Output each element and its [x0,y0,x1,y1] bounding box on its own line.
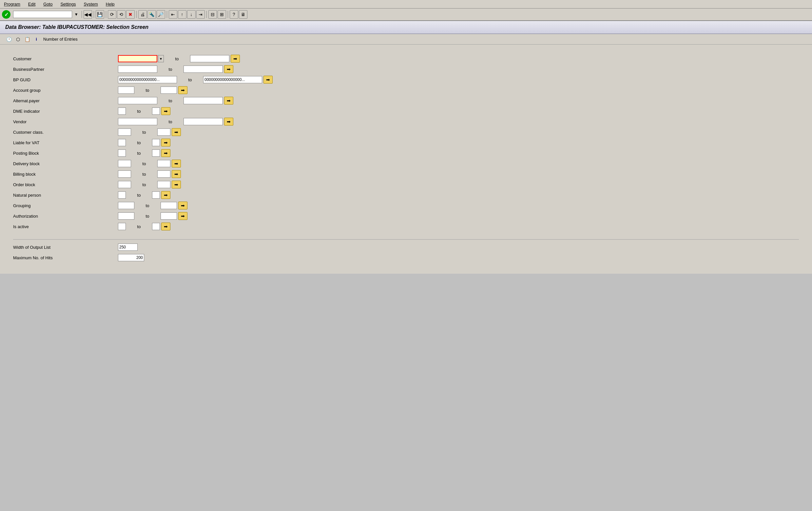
input-accountgroup-to[interactable] [161,87,177,94]
menu-item-program[interactable]: Program [3,1,22,7]
input-naturalperson-to[interactable] [152,192,160,199]
folder-btn-postingblock[interactable]: ➡ [161,149,170,157]
input-grouping-from[interactable] [118,202,134,209]
to-orderblock [157,181,170,188]
folder-btn-vendor[interactable]: ➡ [224,118,233,125]
menu-item-edit[interactable]: Edit [27,1,37,7]
input-orderblock-to[interactable] [157,181,170,188]
nav4-button[interactable]: ⇥ [196,10,205,19]
field-row-dmeindicator: DME indicator to ➡ [13,107,799,115]
info-button[interactable]: i [33,36,40,43]
input-businesspartner-to[interactable] [183,65,223,73]
execute-button[interactable]: ✓ [2,10,10,19]
stop-button[interactable]: ✖ [126,10,135,19]
execute2-button[interactable]: 🕐 [5,36,12,43]
menu-item-goto[interactable]: Goto [42,1,54,7]
input-authorization-to[interactable] [161,212,177,220]
nav3-icon: ↓ [190,12,192,17]
window2-button[interactable]: ⊞ [218,10,226,19]
folder-btn-billingblock[interactable]: ➡ [172,170,181,178]
input-customer-from[interactable] [118,55,157,62]
input-maxhits[interactable] [118,254,144,261]
folder-arrow-icon-billingblock: ➡ [174,171,178,177]
checkmark-icon: ✓ [4,11,8,18]
input-bpguid-to[interactable] [203,76,262,83]
input-liableforvat-from[interactable] [118,139,126,146]
from-businesspartner [118,65,157,73]
input-dmeindicator-to[interactable] [152,108,160,115]
folder-btn-customer[interactable]: ➡ [231,55,240,63]
menu-item-system[interactable]: System [82,1,99,7]
folder-btn-orderblock[interactable]: ➡ [172,180,181,189]
folder-btn-businesspartner[interactable]: ➡ [224,65,233,73]
select-all-button[interactable]: ⬡ [14,36,22,43]
save-button[interactable]: 💾 [96,10,104,19]
menu-bar: Program Edit Goto Settings System Help [0,0,812,8]
label-naturalperson: Natural person [13,193,118,198]
input-customerclass-to[interactable] [157,129,170,136]
label-businesspartner: BusinessPartner [13,67,118,72]
menu-item-settings[interactable]: Settings [59,1,77,7]
folder-btn-alternatpayer[interactable]: ➡ [224,97,233,105]
monitor-icon: 🖥 [241,12,245,17]
to-label-customerclass: to [131,130,157,135]
input-bpguid-from[interactable] [118,76,177,83]
monitor-button[interactable]: 🖥 [239,10,248,19]
input-alternatpayer-to[interactable] [183,97,223,104]
input-vendor-to[interactable] [183,118,223,125]
find2-button[interactable]: 🔎 [156,10,165,19]
input-isactive-to[interactable] [152,223,160,230]
help-button[interactable]: ? [230,10,238,19]
toolbar2: 🕐 ⬡ 📋 i Number of Entries [0,34,812,45]
input-alternatpayer-from[interactable] [118,97,157,104]
input-orderblock-from[interactable] [118,181,131,188]
input-deliveryblock-from[interactable] [118,160,131,167]
input-widthoutputlist[interactable] [118,244,138,251]
input-liableforvat-to[interactable] [152,139,160,146]
nav2-button[interactable]: ↑ [178,10,186,19]
refresh2-button[interactable]: ⟲ [117,10,125,19]
from-alternatpayer [118,97,157,104]
folder-btn-naturalperson[interactable]: ➡ [161,191,170,199]
folder-btn-liableforvat[interactable]: ➡ [161,139,170,146]
input-naturalperson-from[interactable] [118,192,126,199]
input-customer-to[interactable] [190,55,229,62]
menu-item-help[interactable]: Help [105,1,116,7]
main-area: Data Browser: Table IBUPACUSTOMER: Selec… [0,21,812,274]
input-grouping-to[interactable] [161,202,177,209]
folder-btn-grouping[interactable]: ➡ [178,202,187,209]
folder-btn-customerclass[interactable]: ➡ [172,128,181,136]
input-billingblock-to[interactable] [157,170,170,178]
input-isactive-from[interactable] [118,223,126,230]
separator-6 [206,11,207,18]
input-businesspartner-from[interactable] [118,65,157,73]
folder-btn-deliveryblock[interactable]: ➡ [172,160,181,168]
clipboard-button[interactable]: 📋 [24,36,31,43]
input-accountgroup-from[interactable] [118,87,134,94]
folder-btn-bpguid[interactable]: ➡ [263,76,272,84]
input-deliveryblock-to[interactable] [157,160,170,167]
input-postingblock-to[interactable] [152,149,160,157]
refresh1-button[interactable]: ⟳ [108,10,116,19]
input-authorization-from[interactable] [118,212,134,220]
folder-arrow-icon-orderblock: ➡ [174,182,178,187]
folder-btn-dmeindicator[interactable]: ➡ [161,107,170,115]
folder-btn-authorization[interactable]: ➡ [178,212,187,220]
command-field[interactable] [13,11,72,18]
folder-btn-accountgroup[interactable]: ➡ [178,86,187,94]
print-button[interactable]: 🖨 [138,10,147,19]
input-vendor-from[interactable] [118,118,157,125]
input-billingblock-from[interactable] [118,170,131,178]
back-button[interactable]: ◀◀ [84,10,92,19]
dropdown-arrow-button[interactable]: ▼ [73,11,80,18]
window1-button[interactable]: ⊟ [208,10,217,19]
find1-button[interactable]: 🔦 [147,10,156,19]
input-postingblock-from[interactable] [118,149,126,157]
nav1-button[interactable]: ⇤ [169,10,177,19]
input-dmeindicator-from[interactable] [118,108,126,115]
nav3-button[interactable]: ↓ [187,10,196,19]
input-customerclass-from[interactable] [118,129,131,136]
to-label-dmeindicator: to [126,109,152,114]
folder-btn-isactive[interactable]: ➡ [161,223,170,230]
select-customer-from[interactable]: ▼ [158,55,164,62]
